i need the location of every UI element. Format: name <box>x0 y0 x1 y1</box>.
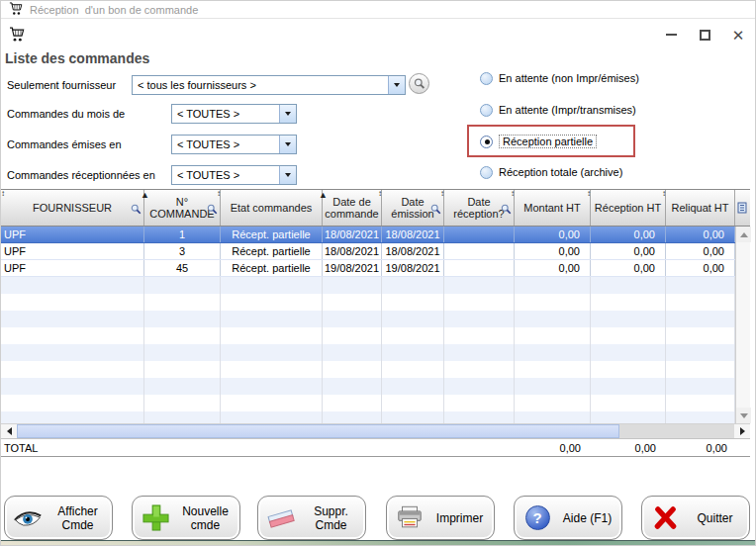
search-icon <box>430 204 441 217</box>
column-options-button[interactable] <box>735 190 750 226</box>
sort-asc-icon: ▲ <box>319 189 328 201</box>
cell-reliquat-ht: 0,00 <box>666 227 735 242</box>
sort-icon: ↕ <box>217 188 221 200</box>
supplier-combo[interactable]: < tous les fournisseurs > <box>132 75 406 95</box>
column-header-date-emission[interactable]: ↕ Date émission <box>382 190 444 226</box>
scroll-up-button[interactable] <box>736 227 751 242</box>
total-montant-ht: 0,00 <box>515 442 591 454</box>
column-header-fournisseur[interactable]: ↕ FOURNISSEUR <box>1 190 144 226</box>
orders-table: ↕ FOURNISSEUR ▲ N° COMMANDE ↕ Etat comma… <box>1 189 750 423</box>
search-icon <box>501 204 512 217</box>
scroll-left-button[interactable] <box>1 424 17 438</box>
close-button[interactable]: ✕ <box>721 23 755 46</box>
help-icon: ? <box>521 505 553 530</box>
supplier-filter-label: Seulement fournisseur <box>7 79 116 91</box>
chevron-down-icon[interactable] <box>279 136 296 153</box>
cell-montant-ht: 0,00 <box>515 227 591 242</box>
plus-icon <box>140 504 171 531</box>
cell-date-commande: 18/08/2021 <box>323 243 382 259</box>
desktop-background-strip <box>1 540 756 545</box>
chevron-down-icon[interactable] <box>388 76 405 94</box>
radio-icon <box>480 166 493 179</box>
horizontal-scrollbar[interactable] <box>1 423 750 439</box>
cell-numero: 45 <box>144 260 221 276</box>
column-header-numero-commande[interactable]: ▲ N° COMMANDE <box>144 190 221 226</box>
cell-etat: Récept. partielle <box>221 243 323 259</box>
total-reliquat-ht: 0,00 <box>666 442 735 454</box>
received-filter-label: Commandes réceptionnées en <box>7 169 155 181</box>
table-row[interactable]: UPF 3 Récept. partielle 18/08/2021 18/08… <box>1 243 750 260</box>
close-icon: ✕ <box>732 28 745 43</box>
month-combo[interactable]: < TOUTES > <box>171 104 297 124</box>
radio-selected-icon <box>480 136 493 148</box>
total-row: TOTAL 0,00 0,00 0,00 <box>1 439 750 457</box>
cart-icon <box>9 27 25 46</box>
cell-reliquat-ht: 0,00 <box>666 260 735 276</box>
imprimer-button[interactable]: Imprimer <box>386 496 495 540</box>
cell-montant-ht: 0,00 <box>515 243 591 259</box>
column-header-etat[interactable]: ↕ Etat commandes <box>221 190 323 226</box>
chevron-down-icon[interactable] <box>279 105 296 123</box>
scroll-down-button[interactable] <box>736 408 751 423</box>
table-row[interactable]: UPF 1 Récept. partielle 18/08/2021 18/08… <box>1 227 750 243</box>
app-window: Réception d'un bon de commande ✕ Liste d… <box>0 0 756 546</box>
column-header-montant-ht[interactable]: ↕ Montant HT <box>515 190 591 226</box>
table-row[interactable]: UPF 45 Récept. partielle 19/08/2021 19/0… <box>1 260 750 277</box>
supplier-search-button[interactable] <box>409 73 429 94</box>
scrollbar-track[interactable] <box>619 424 734 438</box>
window-title: Réception d'un bon de commande <box>30 4 198 16</box>
column-header-date-commande[interactable]: ▲ Date de commande <box>323 190 382 226</box>
cell-numero: 1 <box>144 227 221 242</box>
cell-numero: 3 <box>144 243 221 259</box>
vertical-scrollbar[interactable] <box>735 227 750 423</box>
chevron-down-icon[interactable] <box>279 166 296 184</box>
page-title: Liste des commandes <box>5 50 149 66</box>
cell-fournisseur: UPF <box>1 260 144 276</box>
cell-montant-ht: 0,00 <box>515 260 591 276</box>
maximize-icon <box>700 30 710 41</box>
column-header-reliquat-ht[interactable]: ↕ Reliquat HT <box>666 190 735 226</box>
column-header-date-reception[interactable]: ↕ Date réception? <box>444 190 515 226</box>
cell-date-emission: 18/08/2021 <box>382 243 444 259</box>
issued-filter-label: Commandes émises en <box>7 138 122 150</box>
afficher-cmde-button[interactable]: Afficher Cmde <box>4 496 113 540</box>
search-icon <box>414 78 425 90</box>
radio-en-attente-impr[interactable]: En attente (Impr/transmises) <box>480 103 636 117</box>
nouvelle-cmde-button[interactable]: Nouvelle cmde <box>132 496 240 540</box>
eraser-icon <box>265 508 297 528</box>
radio-reception-partielle[interactable]: Réception partielle <box>480 135 597 148</box>
month-filter-label: Commandes du mois de <box>7 108 125 120</box>
cell-date-reception <box>444 260 515 276</box>
printer-icon <box>394 505 425 530</box>
cell-date-reception <box>444 243 515 259</box>
combo-value: < TOUTES > <box>177 108 239 120</box>
cell-date-commande: 19/08/2021 <box>323 260 382 276</box>
minimize-button[interactable] <box>654 23 688 46</box>
search-icon <box>207 204 218 217</box>
maximize-button[interactable] <box>688 23 721 46</box>
search-icon <box>131 204 142 217</box>
scroll-right-button[interactable] <box>734 424 750 438</box>
cell-fournisseur: UPF <box>1 227 144 242</box>
combo-value: < TOUTES > <box>177 169 239 181</box>
sort-icon: ↕ <box>587 188 591 200</box>
parent-titlebar: Réception d'un bon de commande <box>1 1 756 19</box>
cell-date-emission: 18/08/2021 <box>382 227 444 242</box>
sort-icon: ↕ <box>662 188 666 200</box>
empty-grid-area <box>1 277 735 423</box>
radio-en-attente-non-impr[interactable]: En attente (non Impr/émises) <box>480 71 639 85</box>
cell-date-commande: 18/08/2021 <box>323 227 382 242</box>
scrollbar-thumb[interactable] <box>17 424 619 438</box>
radio-reception-totale[interactable]: Réception totale (archive) <box>480 165 622 179</box>
quitter-button[interactable]: Quitter <box>641 496 750 540</box>
suppr-cmde-button[interactable]: Suppr. Cmde <box>257 496 366 540</box>
total-reception-ht: 0,00 <box>591 442 666 454</box>
issued-combo[interactable]: < TOUTES > <box>171 135 297 154</box>
received-combo[interactable]: < TOUTES > <box>171 165 297 185</box>
sort-icon: ↕ <box>378 188 382 200</box>
table-header: ↕ FOURNISSEUR ▲ N° COMMANDE ↕ Etat comma… <box>1 189 750 227</box>
aide-button[interactable]: ? Aide (F1) <box>514 496 622 540</box>
column-header-reception-ht[interactable]: ↕ Réception HT <box>591 190 666 226</box>
cell-reliquat-ht: 0,00 <box>666 243 735 259</box>
sort-icon: ↕ <box>1 188 5 200</box>
